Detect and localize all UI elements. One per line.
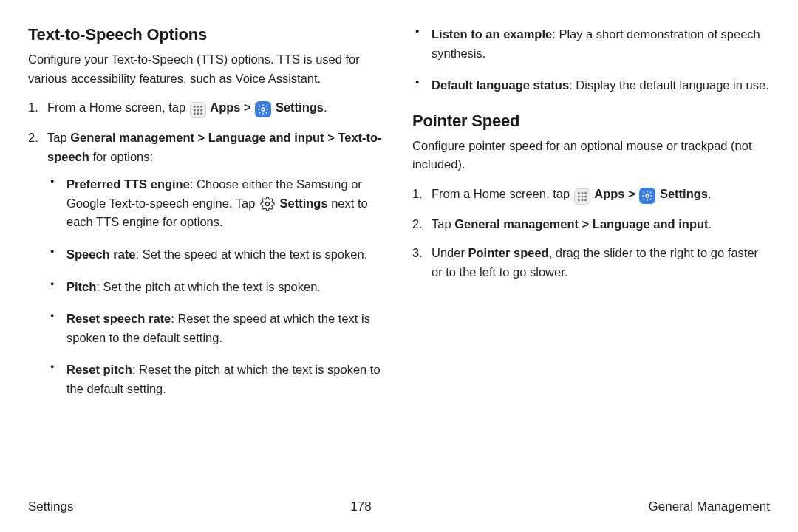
- footer-left: Settings: [28, 499, 73, 514]
- page-footer: Settings 178 General Management: [28, 499, 770, 514]
- pointer-step-3: Under Pointer speed, drag the slider to …: [412, 244, 770, 282]
- ps1-text: From a Home screen, tap: [432, 187, 573, 200]
- step-1: From a Home screen, tap Apps > Settings.: [28, 98, 386, 118]
- step1-text: From a Home screen, tap: [47, 100, 189, 114]
- bullet-reset-pitch: Reset pitch: Reset the pitch at which th…: [47, 361, 386, 398]
- svg-point-6: [193, 112, 195, 115]
- period: .: [324, 100, 327, 114]
- chevron2: >: [198, 131, 205, 144]
- page-content: Text-to-Speech Options Configure your Te…: [0, 0, 798, 412]
- svg-point-11: [577, 192, 579, 194]
- b4-label: Reset speech rate: [66, 312, 171, 325]
- svg-point-1: [197, 106, 199, 108]
- apps-label: Apps: [210, 100, 240, 114]
- tts-options-list: Preferred TTS engine: Choose either the …: [47, 175, 386, 398]
- right-column: Listen to an example: Play a short demon…: [412, 25, 770, 412]
- ps2-li: Language and input: [593, 217, 709, 231]
- pointer-step-2: Tap General management > Language and in…: [412, 215, 770, 234]
- intro-pointer: Configure pointer speed for an optional …: [412, 137, 770, 174]
- svg-point-10: [265, 202, 269, 205]
- steps-pointer: From a Home screen, tap Apps > Settings.…: [412, 185, 770, 282]
- bullet-speech-rate: Speech rate: Set the speed at which the …: [47, 245, 386, 265]
- ps2-pre: Tap: [432, 217, 454, 231]
- svg-point-9: [262, 108, 265, 111]
- bullet-preferred-engine: Preferred TTS engine: Choose either the …: [47, 175, 386, 232]
- step2-li: Language and input: [208, 131, 324, 144]
- b5-label: Reset pitch: [66, 363, 132, 376]
- b7-label: Default language status: [432, 78, 569, 92]
- step2-suffix: for options:: [89, 150, 153, 163]
- ps1-period: .: [708, 187, 712, 200]
- b1-settings: Settings: [280, 197, 328, 210]
- svg-point-5: [200, 109, 202, 112]
- ps1-settings: Settings: [660, 187, 708, 200]
- ps2-chev: >: [582, 217, 590, 231]
- bullet-pitch: Pitch: Set the pitch at which the text i…: [47, 278, 386, 297]
- ps1-chev: >: [628, 187, 635, 200]
- settings-label: Settings: [276, 100, 324, 114]
- apps-icon: [574, 188, 590, 205]
- left-column: Text-to-Speech Options Configure your Te…: [28, 25, 386, 412]
- svg-point-16: [584, 195, 587, 197]
- svg-point-13: [584, 192, 587, 194]
- apps-icon: [190, 102, 206, 118]
- b1-label: Preferred TTS engine: [66, 177, 190, 191]
- step2-pre: Tap: [47, 131, 70, 144]
- svg-point-20: [646, 194, 649, 197]
- svg-point-7: [197, 112, 199, 115]
- settings-icon: [639, 188, 655, 204]
- chevron: >: [244, 100, 251, 114]
- chevron3: >: [327, 131, 335, 144]
- b2-label: Speech rate: [66, 248, 136, 261]
- settings-icon: [255, 101, 271, 117]
- b7-text: : Display the default language in use.: [569, 78, 769, 92]
- svg-point-14: [577, 195, 579, 197]
- step-2: Tap General management > Language and in…: [28, 129, 386, 398]
- svg-point-18: [581, 199, 583, 201]
- ps1-apps: Apps: [594, 187, 624, 200]
- footer-page-number: 178: [350, 499, 371, 514]
- svg-point-2: [200, 106, 202, 108]
- svg-point-17: [577, 199, 579, 201]
- ps3-pre: Under: [432, 246, 468, 259]
- b6-label: Listen to an example: [432, 27, 552, 41]
- pointer-step-1: From a Home screen, tap Apps > Settings.: [412, 185, 770, 205]
- ps3-label: Pointer speed: [468, 246, 549, 259]
- svg-point-0: [193, 106, 195, 108]
- steps-tts: From a Home screen, tap Apps > Settings.…: [28, 98, 386, 398]
- b3-label: Pitch: [66, 280, 96, 293]
- tts-continued-list: Listen to an example: Play a short demon…: [412, 25, 770, 95]
- heading-pointer-speed: Pointer Speed: [412, 112, 770, 131]
- footer-right: General Management: [649, 499, 770, 514]
- b2-text: : Set the speed at which the text is spo…: [136, 248, 368, 261]
- svg-point-12: [581, 192, 583, 194]
- bullet-reset-speech-rate: Reset speech rate: Reset the speed at wh…: [47, 310, 386, 347]
- b3-text: : Set the pitch at which the text is spo…: [96, 280, 321, 293]
- heading-tts-options: Text-to-Speech Options: [28, 25, 386, 44]
- svg-point-3: [193, 109, 195, 112]
- svg-point-19: [584, 199, 587, 201]
- gear-icon: [259, 196, 276, 212]
- intro-tts: Configure your Text-to-Speech (TTS) opti…: [28, 50, 386, 88]
- ps2-gm: General management: [454, 217, 579, 231]
- svg-point-8: [200, 112, 202, 115]
- bullet-listen-example: Listen to an example: Play a short demon…: [412, 25, 770, 63]
- tts-options-continued: Listen to an example: Play a short demon…: [412, 25, 770, 95]
- svg-point-15: [581, 195, 583, 197]
- svg-point-4: [197, 109, 199, 112]
- bullet-default-language: Default language status: Display the def…: [412, 76, 770, 95]
- step2-gm: General management: [70, 131, 194, 144]
- ps2-period: .: [709, 217, 712, 231]
